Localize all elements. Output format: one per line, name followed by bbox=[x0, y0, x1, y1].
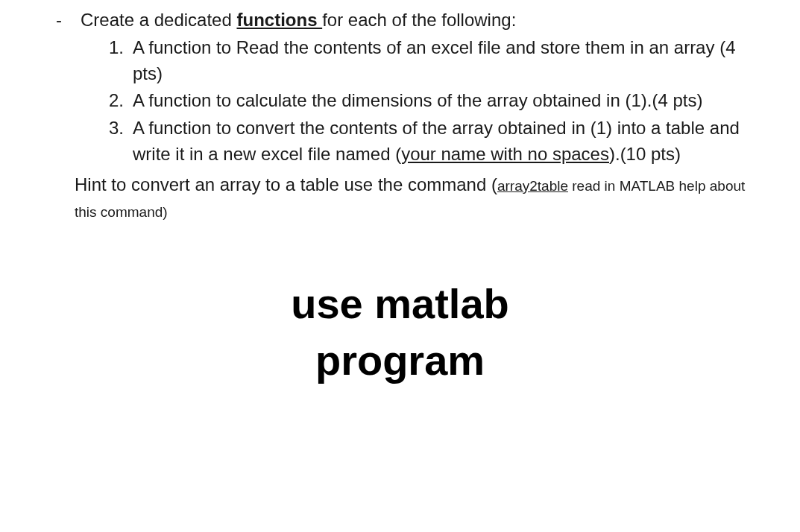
overlay-line1: use matlab bbox=[30, 276, 770, 332]
overlay-text: use matlab program bbox=[30, 276, 770, 388]
bullet-content: Create a dedicated functions for each of… bbox=[81, 7, 770, 169]
hint-command: array2table bbox=[497, 178, 568, 194]
hint-text: Hint to convert an array to a table use … bbox=[75, 172, 770, 224]
num-content: A function to convert the contents of th… bbox=[133, 115, 770, 168]
list-item: 2. A function to calculate the dimension… bbox=[109, 88, 770, 114]
num-marker: 3. bbox=[109, 115, 125, 168]
bullet-item: - Create a dedicated functions for each … bbox=[56, 7, 770, 169]
num-marker: 2. bbox=[109, 88, 125, 114]
list-item: 3. A function to convert the contents of… bbox=[109, 115, 770, 168]
item3-after: ).(10 pts) bbox=[609, 144, 681, 164]
list-item: 1. A function to Read the contents of an… bbox=[109, 35, 770, 87]
numbered-list: 1. A function to Read the contents of an… bbox=[109, 35, 770, 168]
bullet-marker: - bbox=[56, 7, 62, 169]
hint-prefix: Hint to convert an array to a table use … bbox=[75, 174, 497, 194]
item3-underlined: your name with no spaces bbox=[401, 144, 609, 164]
num-marker: 1. bbox=[109, 35, 125, 87]
bullet-lead-before: Create a dedicated bbox=[81, 10, 236, 30]
bullet-lead-underlined: functions bbox=[236, 10, 322, 30]
num-content: A function to calculate the dimensions o… bbox=[133, 88, 770, 114]
bullet-lead-after: for each of the following: bbox=[322, 10, 516, 30]
overlay-line2: program bbox=[30, 332, 770, 389]
num-content: A function to Read the contents of an ex… bbox=[133, 35, 770, 87]
